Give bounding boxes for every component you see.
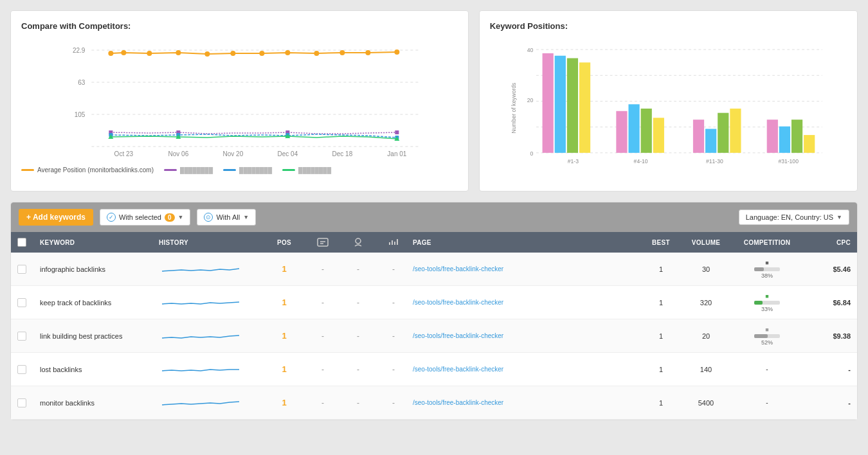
table-row: monitor backlinks 1 - - - /seo-tools/fre… (11, 386, 857, 420)
select-all-checkbox[interactable] (17, 238, 26, 247)
row3-keyword: link building best practices (40, 332, 156, 340)
svg-text:Jan 01: Jan 01 (387, 150, 406, 157)
row3-best: 1 (642, 332, 680, 340)
svg-rect-53 (640, 109, 651, 153)
row4-col5: - (342, 365, 374, 374)
row4-checkbox[interactable] (17, 365, 37, 374)
language-chevron-icon: ▼ (836, 214, 842, 220)
svg-text:Nov 06: Nov 06 (168, 150, 189, 157)
row2-volume: 320 (683, 299, 728, 307)
row3-col4: - (307, 332, 339, 341)
svg-text:Oct 23: Oct 23 (114, 150, 134, 157)
header-checkbox-cell (17, 238, 37, 247)
row4-col6: - (377, 365, 410, 374)
row3-history (159, 328, 262, 343)
legend-item-comp2: ████████ (223, 166, 272, 174)
keywords-table-section: + Add keywords ✓ With selected 0 ▼ ⊙ Wit… (10, 202, 858, 420)
svg-text:#31-100: #31-100 (778, 158, 799, 165)
svg-rect-57 (705, 129, 716, 153)
svg-text:22.9: 22.9 (73, 47, 86, 54)
svg-text:#4-10: #4-10 (633, 158, 647, 165)
svg-point-24 (394, 49, 399, 55)
row3-checkbox[interactable] (17, 332, 37, 341)
svg-text:Dec 18: Dec 18 (332, 150, 353, 157)
row3-competition: ■ 52% (732, 326, 802, 346)
row5-checkbox[interactable] (17, 398, 37, 407)
svg-text:20: 20 (527, 97, 533, 103)
row5-competition: - (732, 399, 802, 406)
row2-checkbox[interactable] (17, 298, 37, 307)
svg-rect-28 (395, 130, 399, 134)
row1-pos: 1 (265, 264, 303, 274)
svg-text:Number of keywords: Number of keywords (511, 83, 517, 134)
line-chart-container: 22.9 63 105 Oct 23 Nov 06 Nov 20 Dec 04 … (21, 37, 458, 179)
table-header: KEYWORD HISTORY POS PAGE BEST VOLUME COM… (11, 232, 857, 253)
header-cpc: CPC (806, 239, 851, 246)
keyword-positions-panel: Keyword Positions: Number of keywords 40… (479, 10, 858, 192)
row1-keyword: infographic backlinks (40, 265, 156, 273)
row4-best: 1 (642, 366, 680, 373)
svg-point-18 (230, 51, 235, 56)
row4-volume: 140 (683, 366, 728, 373)
row1-col4: - (307, 265, 339, 274)
row1-checkbox[interactable] (17, 265, 37, 274)
row2-col4: - (307, 298, 339, 307)
header-pos: POS (265, 239, 303, 246)
chevron-down-icon: ▼ (178, 214, 184, 220)
row2-col5: - (342, 298, 374, 307)
row5-cpc: - (806, 399, 851, 407)
row5-col5: - (342, 398, 374, 407)
row2-pos: 1 (265, 298, 303, 307)
svg-rect-46 (542, 53, 553, 153)
legend-item-main: Average Position (monitorbacklinks.com) (21, 166, 154, 174)
row5-page[interactable]: /seo-tools/free-backlink-checker (413, 399, 638, 406)
svg-point-16 (176, 50, 181, 55)
row2-cpc: $6.84 (806, 299, 851, 307)
table-row: link building best practices 1 - - - /se… (11, 319, 857, 353)
svg-text:63: 63 (78, 79, 86, 86)
row1-page[interactable]: /seo-tools/free-backlink-checker (413, 265, 638, 272)
svg-point-15 (147, 51, 152, 56)
svg-text:#1-3: #1-3 (567, 158, 578, 165)
row5-col6: - (377, 398, 410, 407)
svg-point-14 (121, 50, 126, 55)
svg-text:Dec 04: Dec 04 (278, 150, 298, 157)
svg-rect-61 (766, 120, 777, 153)
row4-page[interactable]: /seo-tools/free-backlink-checker (413, 366, 638, 373)
table-row: infographic backlinks 1 - - - /seo-tools… (11, 253, 857, 286)
table-row: lost backlinks 1 - - - /seo-tools/free-b… (11, 353, 857, 386)
header-volume: VOLUME (683, 239, 728, 246)
with-all-button[interactable]: ⊙ With All ▼ (197, 209, 256, 226)
svg-text:105: 105 (75, 111, 86, 118)
check-icon: ✓ (107, 213, 116, 222)
row2-page[interactable]: /seo-tools/free-backlink-checker (413, 299, 638, 306)
svg-rect-54 (653, 118, 664, 153)
row4-pos: 1 (265, 364, 303, 374)
compare-competitors-panel: Compare with Competitors: 22.9 63 105 Oc… (10, 10, 469, 192)
row5-volume: 5400 (683, 399, 728, 407)
row3-page[interactable]: /seo-tools/free-backlink-checker (413, 332, 638, 339)
svg-text:0: 0 (530, 150, 533, 157)
svg-rect-52 (628, 104, 639, 153)
svg-rect-56 (693, 120, 704, 153)
svg-rect-59 (730, 109, 741, 153)
with-selected-button[interactable]: ✓ With selected 0 ▼ (100, 209, 191, 226)
add-keywords-label: + Add keywords (26, 213, 86, 222)
svg-point-22 (339, 50, 345, 55)
line-chart-svg: 22.9 63 105 Oct 23 Nov 06 Nov 20 Dec 04 … (21, 37, 458, 159)
selected-count-badge: 0 (165, 213, 175, 222)
chart-legend: Average Position (monitorbacklinks.com) … (21, 166, 458, 174)
row2-best: 1 (642, 299, 680, 307)
svg-point-20 (285, 50, 290, 55)
row4-keyword: lost backlinks (40, 366, 156, 373)
header-history: HISTORY (159, 239, 262, 246)
svg-rect-49 (579, 62, 590, 153)
right-chart-title: Keyword Positions: (490, 21, 847, 31)
add-keywords-button[interactable]: + Add keywords (19, 209, 93, 226)
language-selector[interactable]: Language: EN, Country: US ▼ (739, 210, 849, 225)
svg-rect-48 (567, 58, 578, 153)
svg-point-21 (314, 51, 319, 56)
svg-rect-62 (779, 127, 790, 153)
row4-col4: - (307, 365, 339, 374)
svg-rect-63 (791, 120, 802, 153)
